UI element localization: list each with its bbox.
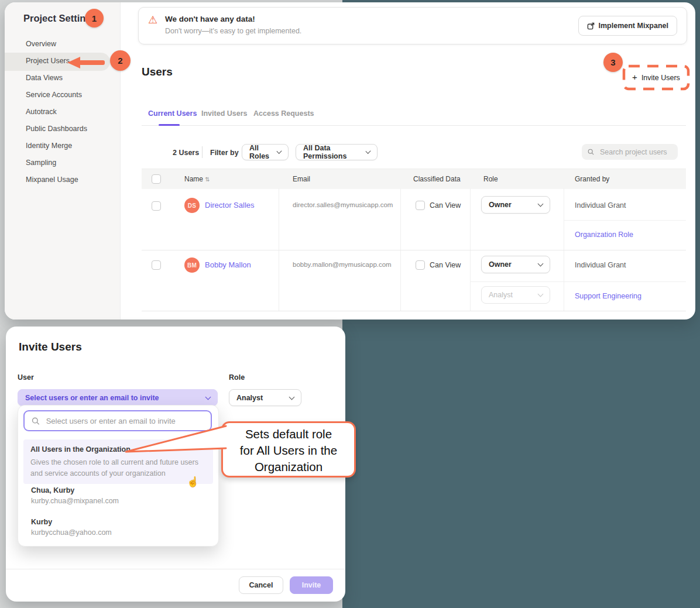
user-name-link[interactable]: Bobby Mallon bbox=[205, 260, 251, 269]
sidebar-item-public-dashboards[interactable]: Public Dashboards bbox=[26, 124, 87, 133]
tab-current-users[interactable]: Current Users bbox=[148, 109, 197, 118]
step-badge-3: 3 bbox=[603, 53, 623, 72]
sub-row-divider bbox=[564, 220, 686, 221]
row-checkbox[interactable] bbox=[152, 201, 161, 211]
external-link-icon bbox=[587, 22, 595, 30]
sidebar-item-service-accounts[interactable]: Service Accounts bbox=[26, 90, 82, 99]
permissions-filter-dropdown[interactable]: All Data Permissions bbox=[296, 144, 378, 160]
permissions-filter-value: All Data Permissions bbox=[303, 144, 366, 160]
warning-icon: ⚠ bbox=[148, 13, 157, 26]
option-title[interactable]: Chua, Kurby bbox=[31, 486, 74, 494]
banner-title: We don't have any data! bbox=[165, 15, 255, 23]
table-bottom-border bbox=[142, 311, 686, 311]
sub-row-divider bbox=[470, 281, 686, 282]
role-select[interactable]: Analyst bbox=[229, 389, 301, 406]
filter-by-label: Filter by bbox=[210, 149, 239, 157]
cancel-button[interactable]: Cancel bbox=[239, 576, 283, 594]
invite-users-button-label: Invite Users bbox=[641, 74, 680, 82]
role-value: Owner bbox=[489, 201, 512, 209]
invite-users-dashed-outline: + Invite Users bbox=[622, 64, 690, 91]
column-header-email: Email bbox=[293, 175, 310, 183]
implement-mixpanel-label: Implement Mixpanel bbox=[599, 22, 668, 30]
support-engineering-link[interactable]: Support Engineering bbox=[575, 292, 641, 300]
role-dropdown[interactable]: Owner bbox=[481, 256, 550, 273]
sidebar-item-data-views[interactable]: Data Views bbox=[26, 73, 63, 83]
sidebar-item-sampling[interactable]: Sampling bbox=[26, 158, 56, 167]
chevron-down-icon bbox=[538, 261, 544, 267]
search-icon bbox=[32, 417, 40, 425]
column-header-role: Role bbox=[483, 175, 498, 183]
annotation-arrow-icon bbox=[66, 56, 106, 69]
user-name-link[interactable]: Director Salles bbox=[205, 201, 255, 209]
option-email: kurbycchua@yahoo.com bbox=[31, 528, 112, 537]
avatar: DS bbox=[184, 198, 200, 213]
user-field-label: User bbox=[18, 373, 34, 382]
implement-mixpanel-button[interactable]: Implement Mixpanel bbox=[578, 16, 677, 36]
sidebar-item-identity-merge[interactable]: Identity Merge bbox=[26, 141, 72, 150]
role-dropdown[interactable]: Owner bbox=[481, 196, 550, 214]
sort-icon: ⇅ bbox=[205, 176, 210, 183]
search-project-users[interactable] bbox=[582, 144, 678, 160]
screenshot-root: Project Settings Overview Project Users … bbox=[0, 0, 700, 608]
invite-button-label: Invite bbox=[302, 581, 321, 589]
can-view-checkbox[interactable] bbox=[416, 201, 425, 210]
plus-icon: + bbox=[632, 72, 637, 82]
hand-cursor-icon: ☝ bbox=[187, 476, 199, 488]
role-value: Analyst bbox=[489, 291, 513, 299]
granted-by-value: Individual Grant bbox=[575, 201, 626, 209]
settings-sidebar: Project Settings Overview Project Users … bbox=[5, 2, 121, 320]
roles-filter-dropdown[interactable]: All Roles bbox=[242, 144, 289, 160]
row-checkbox[interactable] bbox=[152, 260, 161, 270]
table-header-row: Name ⇅ Email Classified Data Role Grante… bbox=[142, 169, 686, 189]
no-data-banner: ⚠ We don't have any data! Don't worry—it… bbox=[138, 7, 687, 44]
banner-subtitle: Don't worry—it's easy to get implemented… bbox=[165, 27, 301, 35]
chevron-down-icon bbox=[538, 291, 544, 297]
column-header-classified: Classified Data bbox=[413, 175, 461, 183]
tab-access-requests[interactable]: Access Requests bbox=[253, 109, 314, 118]
chevron-down-icon bbox=[538, 201, 544, 207]
option-title[interactable]: All Users in the Organization bbox=[30, 445, 131, 454]
search-project-users-input[interactable] bbox=[599, 147, 672, 157]
user-select-value: Select users or enter an email to invite bbox=[25, 394, 159, 402]
granted-by-value: Individual Grant bbox=[575, 261, 626, 269]
role-value: Owner bbox=[489, 260, 512, 269]
column-header-granted-by: Granted by bbox=[575, 175, 609, 183]
tabs-divider bbox=[142, 125, 686, 126]
tab-invited-users[interactable]: Invited Users bbox=[201, 109, 248, 118]
project-settings-window: Project Settings Overview Project Users … bbox=[5, 2, 695, 320]
sidebar-item-autotrack[interactable]: Autotrack bbox=[26, 107, 57, 116]
can-view-label: Can View bbox=[430, 201, 461, 209]
cancel-button-label: Cancel bbox=[249, 581, 273, 589]
can-view-checkbox[interactable] bbox=[416, 260, 425, 270]
chevron-down-icon bbox=[205, 394, 211, 400]
callout-bubble: Sets default role for All Users in the O… bbox=[221, 421, 356, 478]
chevron-down-icon bbox=[289, 394, 295, 400]
callout-line: Organization bbox=[223, 459, 354, 475]
search-icon bbox=[588, 148, 594, 156]
invite-users-button[interactable]: + Invite Users bbox=[622, 64, 690, 91]
user-select[interactable]: Select users or enter an email to invite bbox=[18, 389, 218, 406]
organization-role-link[interactable]: Organization Role bbox=[575, 231, 633, 239]
role-dropdown-disabled: Analyst bbox=[481, 286, 550, 304]
avatar: BM bbox=[184, 257, 200, 273]
user-email: director.salles@mymusicapp.com bbox=[293, 201, 393, 208]
callout-line: for All Users in the bbox=[223, 442, 354, 459]
roles-filter-value: All Roles bbox=[249, 144, 277, 160]
select-all-checkbox[interactable] bbox=[152, 174, 161, 184]
callout-line: Sets default role bbox=[223, 426, 354, 442]
users-table: Name ⇅ Email Classified Data Role Grante… bbox=[142, 169, 686, 311]
column-header-name[interactable]: Name ⇅ bbox=[184, 175, 210, 183]
sidebar-item-project-users[interactable]: Project Users bbox=[26, 56, 70, 66]
callout-tail bbox=[123, 422, 227, 456]
modal-title: Invite Users bbox=[19, 341, 82, 353]
can-view-label: Can View bbox=[430, 261, 461, 269]
users-heading: Users bbox=[142, 66, 173, 78]
role-select-value: Analyst bbox=[236, 394, 263, 402]
invite-button[interactable]: Invite bbox=[290, 576, 333, 594]
option-email: kurby.chua@mixpanel.com bbox=[31, 497, 119, 505]
option-title[interactable]: Kurby bbox=[31, 518, 52, 526]
role-field-label: Role bbox=[229, 373, 245, 382]
modal-footer-divider bbox=[6, 569, 345, 569]
sidebar-item-mixpanel-usage[interactable]: Mixpanel Usage bbox=[26, 175, 78, 184]
sidebar-item-overview[interactable]: Overview bbox=[26, 39, 56, 49]
